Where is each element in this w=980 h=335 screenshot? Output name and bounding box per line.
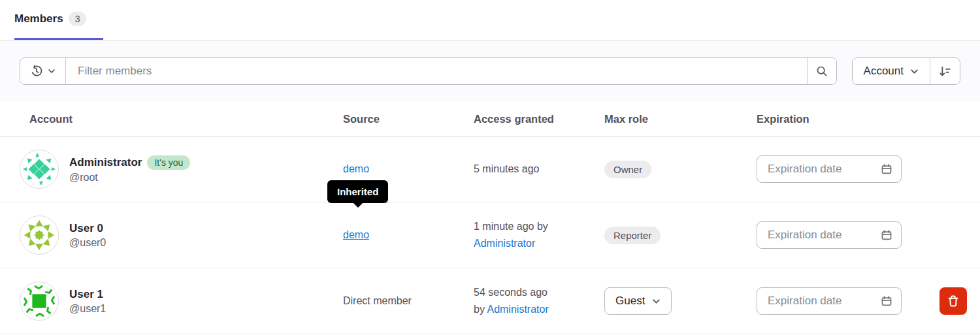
search-icon bbox=[816, 65, 828, 77]
access-granted-by-link[interactable]: Administrator bbox=[474, 238, 535, 249]
history-icon bbox=[30, 65, 43, 78]
account-cell: User 0 @user0 bbox=[20, 215, 343, 255]
calendar-icon[interactable] bbox=[881, 295, 892, 307]
sort-field-label: Account bbox=[864, 65, 904, 78]
header-expiration: Expiration bbox=[757, 113, 928, 125]
username: @root bbox=[69, 172, 190, 183]
role-badge-owner: Owner bbox=[604, 161, 651, 178]
table-header-row: Account Source Access granted Max role E… bbox=[0, 102, 980, 136]
sort-descending-icon bbox=[939, 65, 951, 78]
access-granted-cell: 1 minute ago by Administrator bbox=[474, 218, 604, 252]
max-role-cell: Owner bbox=[604, 161, 757, 178]
access-granted-text: 54 seconds ago bbox=[474, 284, 604, 301]
user-info: User 0 @user0 bbox=[69, 222, 106, 249]
access-granted-text: 1 minute ago by bbox=[474, 218, 604, 235]
calendar-icon[interactable] bbox=[881, 163, 892, 175]
user-info: Administrator It's you @root bbox=[69, 155, 190, 183]
max-role-cell: Guest bbox=[604, 287, 757, 315]
max-role-value: Guest bbox=[615, 295, 645, 308]
sort-direction-button[interactable] bbox=[930, 58, 960, 84]
chevron-down-icon bbox=[652, 297, 661, 306]
source-text: Direct member bbox=[343, 295, 412, 306]
account-cell: Administrator It's you @root bbox=[20, 150, 343, 189]
access-granted-cell: 5 minutes ago bbox=[474, 161, 604, 178]
source-cell: Inherited demo bbox=[343, 229, 474, 241]
max-role-dropdown[interactable]: Guest bbox=[604, 287, 672, 315]
trash-icon bbox=[947, 295, 960, 308]
expiration-date-field bbox=[757, 287, 902, 315]
header-account: Account bbox=[20, 113, 343, 125]
tab-bar: Members 3 bbox=[0, 0, 980, 40]
identicon-user1 bbox=[20, 281, 58, 321]
chevron-down-icon bbox=[48, 67, 56, 75]
expiration-date-field bbox=[757, 155, 902, 183]
sort-field-dropdown[interactable]: Account bbox=[853, 58, 930, 84]
table-row-user1: User 1 @user1 Direct member 54 seconds a… bbox=[0, 268, 980, 334]
filter-members-input[interactable] bbox=[66, 58, 807, 84]
search-button[interactable] bbox=[807, 58, 836, 84]
username: @user1 bbox=[69, 303, 106, 315]
user-name-link[interactable]: Administrator bbox=[69, 156, 142, 169]
tab-members-label: Members bbox=[14, 12, 63, 25]
tab-members[interactable]: Members 3 bbox=[14, 0, 103, 40]
source-link[interactable]: demo bbox=[343, 163, 369, 174]
expiration-date-input[interactable] bbox=[768, 229, 875, 242]
access-granted-by-link[interactable]: Administrator bbox=[487, 304, 548, 315]
chevron-down-icon bbox=[910, 67, 919, 76]
filter-history-button[interactable] bbox=[20, 58, 66, 84]
remove-member-button[interactable] bbox=[939, 287, 967, 315]
access-granted-by-prefix: by bbox=[474, 304, 485, 315]
source-cell: Direct member bbox=[343, 295, 474, 307]
its-you-badge: It's you bbox=[147, 155, 190, 170]
avatar-administrator[interactable] bbox=[20, 150, 59, 189]
inherited-tooltip: Inherited bbox=[327, 180, 388, 203]
role-badge-reporter: Reporter bbox=[604, 227, 661, 244]
expiration-date-field bbox=[757, 221, 902, 249]
table-row-administrator: Administrator It's you @root demo 5 minu… bbox=[0, 136, 980, 202]
sort-control-group: Account bbox=[852, 57, 960, 85]
actions-cell bbox=[928, 287, 980, 315]
filter-bar: Account bbox=[0, 40, 980, 102]
header-max-role: Max role bbox=[604, 113, 757, 125]
expiration-cell bbox=[757, 221, 928, 249]
avatar-user1[interactable] bbox=[20, 281, 59, 321]
access-granted-text: 5 minutes ago bbox=[474, 163, 540, 174]
user-name-link[interactable]: User 1 bbox=[69, 288, 103, 301]
max-role-cell: Reporter bbox=[604, 227, 757, 244]
user-info: User 1 @user1 bbox=[69, 288, 106, 315]
filter-input-group bbox=[20, 57, 837, 85]
calendar-icon[interactable] bbox=[881, 229, 892, 241]
identicon-user0 bbox=[20, 215, 58, 255]
expiration-cell bbox=[757, 155, 928, 183]
expiration-cell bbox=[757, 287, 928, 315]
source-link[interactable]: demo bbox=[343, 229, 369, 240]
expiration-date-input[interactable] bbox=[768, 295, 875, 308]
members-count-badge: 3 bbox=[69, 12, 87, 26]
user-name-link[interactable]: User 0 bbox=[69, 222, 103, 235]
account-cell: User 1 @user1 bbox=[20, 281, 343, 321]
identicon-root bbox=[20, 150, 58, 189]
header-access-granted: Access granted bbox=[474, 113, 604, 125]
expiration-date-input[interactable] bbox=[768, 163, 875, 176]
access-granted-cell: 54 seconds ago by Administrator bbox=[474, 284, 604, 318]
username: @user0 bbox=[69, 237, 106, 249]
source-cell: demo bbox=[343, 163, 474, 175]
header-source: Source bbox=[343, 113, 474, 125]
table-row-user0: User 0 @user0 Inherited demo 1 minute ag… bbox=[0, 202, 980, 268]
avatar-user0[interactable] bbox=[20, 215, 59, 255]
